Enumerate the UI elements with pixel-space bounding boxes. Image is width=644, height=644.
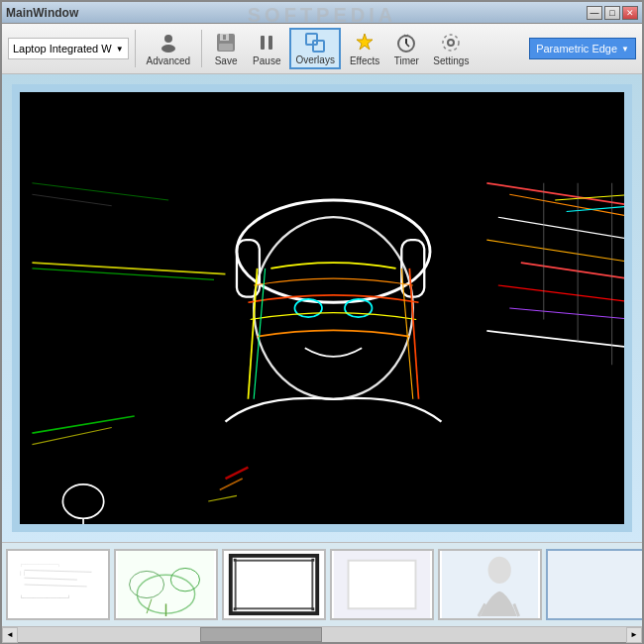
maximize-button[interactable]: □ [604, 6, 620, 20]
thumb-4-content [332, 551, 432, 618]
thumbnail-4[interactable] [330, 549, 434, 620]
video-frame [12, 84, 632, 532]
svg-rect-6 [261, 36, 265, 50]
svg-point-76 [488, 557, 511, 584]
device-label: Laptop Integrated W [13, 43, 112, 54]
thumbnail-1[interactable]: ┌─────────────┐ │ │ └─────────────┘ [6, 549, 110, 620]
svg-rect-71 [234, 607, 237, 610]
svg-rect-69 [234, 559, 237, 562]
window-title: MainWindow [6, 6, 78, 20]
svg-rect-9 [313, 41, 324, 52]
svg-rect-4 [219, 44, 233, 51]
svg-point-17 [443, 35, 459, 51]
thumb-6-content [548, 551, 642, 618]
settings-button[interactable]: Settings [428, 28, 474, 69]
scroll-track[interactable] [18, 627, 626, 642]
scrollbar: ◄ ► [2, 626, 642, 642]
timer-icon [394, 31, 418, 54]
svg-rect-79 [550, 551, 642, 618]
save-label: Save [215, 55, 238, 66]
timer-label: Timer [394, 55, 419, 66]
advanced-icon [157, 31, 180, 54]
main-window: SOFTPEDIA MainWindow — □ ✕ Laptop Integr… [0, 0, 644, 644]
scroll-thumb[interactable] [200, 627, 322, 642]
svg-rect-70 [311, 559, 314, 562]
save-icon [214, 31, 238, 54]
pause-icon [255, 31, 278, 54]
thumbnail-2[interactable] [114, 549, 218, 620]
pause-button[interactable]: Pause [248, 28, 285, 69]
pause-label: Pause [253, 55, 280, 66]
svg-point-16 [448, 40, 454, 46]
svg-rect-74 [349, 561, 416, 609]
scroll-right-button[interactable]: ► [626, 627, 642, 643]
effects-button[interactable]: Effects [345, 28, 384, 69]
overlays-label: Overlays [295, 54, 334, 65]
thumbnail-6[interactable] [546, 549, 642, 620]
svg-point-1 [161, 45, 175, 53]
thumb-5-content [440, 551, 540, 618]
settings-icon [439, 31, 463, 54]
separator-1 [135, 30, 136, 67]
overlays-button[interactable]: Overlays [289, 28, 340, 69]
filter-dropdown[interactable]: Parametric Edge [529, 38, 636, 59]
settings-label: Settings [433, 55, 469, 66]
overlays-icon [303, 32, 327, 54]
timer-button[interactable]: Timer [388, 28, 424, 69]
advanced-button[interactable]: Advanced [142, 28, 195, 69]
main-content [2, 74, 642, 542]
thumbnail-3[interactable] [222, 549, 326, 620]
thumbnail-5[interactable] [438, 549, 542, 620]
thumb-1-content: ┌─────────────┐ │ │ └─────────────┘ [8, 551, 108, 618]
advanced-label: Advanced [147, 55, 190, 66]
svg-rect-72 [311, 607, 314, 610]
svg-rect-7 [268, 36, 272, 50]
device-dropdown[interactable]: Laptop Integrated W [8, 38, 129, 59]
svg-text:└─────────────┘: └─────────────┘ [20, 594, 70, 600]
thumb-3-content [224, 551, 324, 618]
close-button[interactable]: ✕ [622, 6, 638, 20]
svg-rect-8 [306, 34, 317, 45]
minimize-button[interactable]: — [587, 6, 602, 20]
thumb-2-content [116, 551, 216, 618]
svg-rect-5 [223, 35, 226, 40]
effects-label: Effects [350, 55, 379, 66]
svg-point-0 [164, 35, 172, 43]
title-bar: SOFTPEDIA MainWindow — □ ✕ [2, 2, 642, 24]
separator-2 [201, 30, 202, 67]
effects-icon [353, 31, 376, 54]
filter-label: Parametric Edge [536, 43, 617, 54]
video-canvas [20, 92, 624, 524]
video-display [20, 92, 624, 524]
svg-line-15 [406, 44, 409, 47]
toolbar: Laptop Integrated W Advanced [2, 24, 642, 74]
svg-marker-10 [357, 34, 373, 50]
window-controls: — □ ✕ [587, 6, 638, 20]
thumbnail-strip: ┌─────────────┐ │ │ └─────────────┘ [2, 542, 642, 626]
scroll-left-button[interactable]: ◄ [2, 627, 18, 643]
save-button[interactable]: Save [208, 28, 244, 69]
